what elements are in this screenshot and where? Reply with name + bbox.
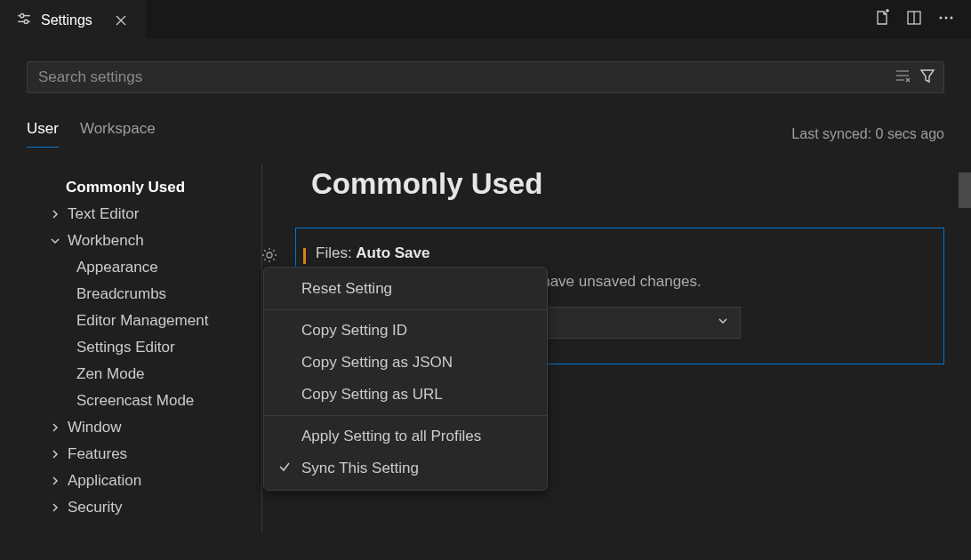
chevron-right-icon xyxy=(48,475,62,487)
sidebar-item-screencast-mode[interactable]: Screencast Mode xyxy=(27,388,261,414)
sidebar-item-label: Workbench xyxy=(68,232,144,250)
chevron-right-icon xyxy=(48,448,62,460)
sidebar-item-label: Window xyxy=(68,419,121,436)
settings-toc: Commonly Used Text Editor Workbench Appe… xyxy=(27,164,262,533)
chevron-right-icon xyxy=(48,421,62,434)
menu-divider xyxy=(264,415,547,416)
sync-status: Last synced: 0 secs ago xyxy=(791,126,944,142)
search-box xyxy=(27,61,944,93)
menu-item-copy-setting-json[interactable]: Copy Setting as JSON xyxy=(264,347,547,379)
tab-action-bar xyxy=(873,9,971,30)
svg-point-3 xyxy=(24,20,28,23)
sidebar-item-label: Editor Management xyxy=(76,312,208,330)
sidebar-item-text-editor[interactable]: Text Editor xyxy=(27,201,261,228)
svg-point-8 xyxy=(940,17,943,20)
sidebar-item-zen-mode[interactable]: Zen Mode xyxy=(27,361,261,388)
sidebar-item-workbench[interactable]: Workbench xyxy=(27,228,261,254)
search-input[interactable] xyxy=(35,68,894,86)
split-editor-icon[interactable] xyxy=(905,9,923,30)
chevron-right-icon xyxy=(48,208,62,220)
sidebar-item-label: Zen Mode xyxy=(76,365,145,383)
scrollbar-thumb[interactable] xyxy=(959,172,971,208)
svg-point-2 xyxy=(20,13,24,17)
settings-sliders-icon xyxy=(16,11,32,30)
sidebar-item-features[interactable]: Features xyxy=(27,441,261,468)
svg-point-16 xyxy=(267,252,272,258)
more-actions-icon[interactable] xyxy=(937,9,955,30)
sidebar-item-application[interactable]: Application xyxy=(27,468,261,494)
close-icon[interactable] xyxy=(112,12,130,29)
sidebar-item-label: Application xyxy=(68,472,141,490)
menu-divider xyxy=(264,309,547,310)
sidebar-item-label: Appearance xyxy=(76,259,158,276)
context-menu: Reset Setting Copy Setting ID Copy Setti… xyxy=(263,267,548,491)
sidebar-item-label: Text Editor xyxy=(68,205,139,223)
scope-tab-workspace[interactable]: Workspace xyxy=(80,120,156,148)
open-json-icon[interactable] xyxy=(873,9,891,30)
clear-search-icon[interactable] xyxy=(894,67,911,88)
menu-item-sync-this-setting[interactable]: Sync This Setting xyxy=(264,452,547,484)
sidebar-item-editor-management[interactable]: Editor Management xyxy=(27,308,261,334)
chevron-down-icon xyxy=(717,315,729,331)
section-heading: Commonly Used xyxy=(311,167,944,201)
sidebar-item-window[interactable]: Window xyxy=(27,414,261,441)
sidebar-item-settings-editor[interactable]: Settings Editor xyxy=(27,334,261,361)
sidebar-item-commonly-used[interactable]: Commonly Used xyxy=(27,174,261,201)
filter-icon[interactable] xyxy=(919,67,936,88)
scope-tab-user[interactable]: User xyxy=(27,120,59,148)
svg-point-10 xyxy=(951,17,953,20)
chevron-down-icon xyxy=(48,235,62,247)
tab-label: Settings xyxy=(41,12,92,28)
setting-title: Files: Auto Save xyxy=(316,244,924,262)
sidebar-item-label: Breadcrumbs xyxy=(76,285,166,303)
sidebar-item-appearance[interactable]: Appearance xyxy=(27,254,261,281)
svg-point-9 xyxy=(945,17,948,20)
sidebar-item-label: Settings Editor xyxy=(76,339,175,356)
menu-item-copy-setting-url[interactable]: Copy Setting as URL xyxy=(264,379,547,411)
sidebar-item-label: Screencast Mode xyxy=(76,392,194,410)
scope-tabs: User Workspace xyxy=(27,120,156,148)
setting-name: Auto Save xyxy=(356,244,429,261)
sidebar-item-label: Features xyxy=(68,445,127,463)
sidebar-item-label: Commonly Used xyxy=(66,179,185,196)
setting-category: Files: xyxy=(316,244,356,261)
sidebar-item-security[interactable]: Security xyxy=(27,494,261,521)
menu-item-copy-setting-id[interactable]: Copy Setting ID xyxy=(264,315,547,347)
sidebar-item-label: Security xyxy=(68,499,122,516)
chevron-right-icon xyxy=(48,501,62,514)
check-icon xyxy=(278,460,291,477)
menu-item-label: Sync This Setting xyxy=(301,460,419,476)
tab-settings[interactable]: Settings xyxy=(0,0,146,39)
menu-item-apply-all-profiles[interactable]: Apply Setting to all Profiles xyxy=(264,420,547,452)
sidebar-item-breadcrumbs[interactable]: Breadcrumbs xyxy=(27,281,261,308)
tab-bar: Settings xyxy=(0,0,971,39)
menu-item-reset-setting[interactable]: Reset Setting xyxy=(264,273,547,305)
gear-icon[interactable] xyxy=(259,244,280,266)
modified-indicator xyxy=(303,248,306,264)
